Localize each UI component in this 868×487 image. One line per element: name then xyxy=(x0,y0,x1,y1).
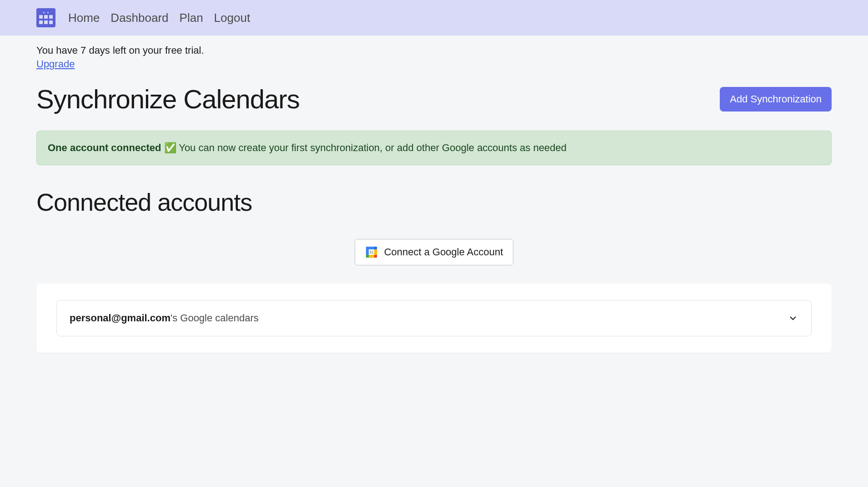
page-header: Synchronize Calendars Add Synchronizatio… xyxy=(36,84,832,114)
app-logo-icon[interactable] xyxy=(36,8,55,27)
checkmark-icon: ✅ xyxy=(164,142,176,153)
trial-notice: You have 7 days left on your free trial. xyxy=(36,45,832,56)
nav-link-logout[interactable]: Logout xyxy=(214,11,251,25)
account-row[interactable]: personal@gmail.com's Google calendars xyxy=(56,300,812,336)
chevron-down-icon xyxy=(788,313,798,324)
add-synchronization-button[interactable]: Add Synchronization xyxy=(720,87,832,112)
nav-link-home[interactable]: Home xyxy=(68,11,100,25)
connect-button-wrapper: 31 Connect a Google Account xyxy=(36,239,832,265)
svg-rect-5 xyxy=(374,255,377,258)
connected-accounts-title: Connected accounts xyxy=(36,188,832,216)
navbar: Home Dashboard Plan Logout xyxy=(0,0,868,36)
connect-button-label: Connect a Google Account xyxy=(384,246,503,258)
success-banner: One account connected ✅ You can now crea… xyxy=(36,131,832,165)
page-title: Synchronize Calendars xyxy=(36,84,300,114)
svg-rect-4 xyxy=(366,255,369,258)
banner-text: You can now create your first synchroniz… xyxy=(179,142,567,153)
account-suffix: 's Google calendars xyxy=(171,312,259,324)
svg-rect-3 xyxy=(374,247,377,249)
account-label: personal@gmail.com's Google calendars xyxy=(70,312,259,324)
account-email: personal@gmail.com xyxy=(70,312,171,324)
upgrade-link[interactable]: Upgrade xyxy=(36,58,75,70)
connect-google-account-button[interactable]: 31 Connect a Google Account xyxy=(355,239,514,265)
svg-rect-6 xyxy=(369,255,374,258)
account-card: personal@gmail.com's Google calendars xyxy=(36,284,832,353)
banner-bold-text: One account connected xyxy=(48,142,161,153)
main-content: You have 7 days left on your free trial.… xyxy=(0,36,868,362)
nav-link-dashboard[interactable]: Dashboard xyxy=(110,11,168,25)
google-calendar-icon: 31 xyxy=(365,246,378,259)
svg-rect-7 xyxy=(374,249,377,255)
svg-text:31: 31 xyxy=(369,250,374,254)
nav-links: Home Dashboard Plan Logout xyxy=(68,11,250,25)
nav-link-plan[interactable]: Plan xyxy=(180,11,203,25)
